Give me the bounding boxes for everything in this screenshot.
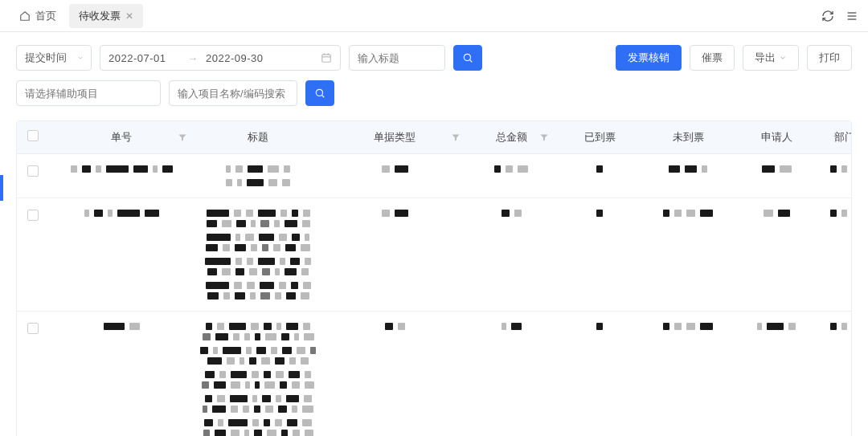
redacted-cell [555, 198, 644, 311]
urge-button[interactable]: 催票 [690, 45, 735, 71]
redacted-cell [732, 198, 821, 311]
close-icon[interactable]: ✕ [125, 10, 133, 22]
search-button[interactable] [453, 45, 482, 71]
tab-home-label: 首页 [35, 9, 56, 23]
redacted-cell [644, 311, 732, 436]
redacted-cell [194, 198, 322, 311]
redacted-cell [644, 153, 732, 198]
redacted-cell [467, 311, 555, 436]
svg-rect-3 [322, 55, 331, 62]
project-search-input-wrap [169, 80, 297, 106]
redacted-cell [194, 153, 322, 198]
table-row[interactable] [17, 198, 852, 311]
menu-icon[interactable] [845, 10, 858, 22]
aux-project-input[interactable] [25, 81, 152, 105]
submit-time-select[interactable]: 提交时间 [16, 45, 92, 71]
redacted-cell [467, 153, 555, 198]
redacted-cell [194, 311, 322, 436]
calendar-icon [321, 52, 332, 63]
chevron-down-icon [779, 54, 787, 62]
redacted-cell [322, 311, 467, 436]
export-button[interactable]: 导出 [743, 45, 799, 71]
table-row[interactable] [17, 311, 852, 436]
project-search-input[interactable] [178, 81, 289, 105]
title-search-input-wrap [349, 45, 445, 71]
redacted-cell [49, 198, 194, 311]
invoice-table: 单号 标题 单据类型 总金额 已到票 未到票 申请人 部门 [16, 120, 852, 436]
col-arrived[interactable]: 已到票 [555, 121, 644, 153]
svg-line-8 [469, 59, 472, 62]
col-order-no[interactable]: 单号 [49, 121, 194, 153]
svg-point-9 [316, 89, 322, 96]
search-icon [462, 52, 473, 63]
col-doc-type[interactable]: 单据类型 [322, 121, 467, 153]
print-button[interactable]: 打印 [807, 45, 852, 71]
project-search-button[interactable] [305, 80, 334, 106]
filter-icon[interactable] [451, 132, 461, 142]
search-icon [314, 88, 326, 99]
col-total[interactable]: 总金额 [467, 121, 555, 153]
redacted-cell [555, 311, 644, 436]
redacted-cell [821, 153, 852, 198]
svg-point-7 [464, 54, 470, 60]
filter-icon[interactable] [539, 132, 549, 142]
row-checkbox[interactable] [27, 165, 39, 177]
row-checkbox[interactable] [27, 323, 39, 334]
col-applicant[interactable]: 申请人 [732, 121, 821, 153]
redacted-cell [644, 198, 732, 311]
tab-pending-label: 待收发票 [79, 9, 121, 23]
title-search-input[interactable] [358, 46, 436, 70]
filter-icon[interactable] [178, 132, 187, 142]
select-all-checkbox[interactable] [27, 130, 39, 141]
col-title[interactable]: 标题 [194, 121, 322, 153]
submit-time-label: 提交时间 [25, 51, 67, 65]
col-dept[interactable]: 部门 [821, 121, 852, 153]
tab-bar: 首页 待收发票 ✕ [0, 0, 868, 32]
redacted-cell [732, 153, 821, 198]
svg-line-10 [321, 95, 324, 97]
col-not-arrived[interactable]: 未到票 [644, 121, 732, 153]
aux-project-select[interactable] [16, 80, 161, 106]
chevron-down-icon [76, 54, 84, 62]
redacted-cell [821, 198, 852, 311]
tab-home[interactable]: 首页 [10, 4, 66, 28]
arrow-right-icon: → [187, 52, 198, 64]
redacted-cell [467, 198, 555, 311]
date-end-input[interactable] [206, 52, 276, 64]
date-start-input[interactable] [108, 52, 179, 64]
redacted-cell [555, 153, 644, 198]
redacted-cell [732, 311, 821, 436]
table-row[interactable] [17, 153, 852, 198]
refresh-icon[interactable] [821, 10, 834, 22]
active-indicator [0, 175, 3, 201]
verify-invoice-button[interactable]: 发票核销 [616, 45, 682, 71]
toolbar: 提交时间 → 发票核销 [0, 32, 868, 114]
redacted-cell [322, 153, 467, 198]
redacted-cell [821, 311, 852, 436]
date-range-picker[interactable]: → [100, 45, 341, 71]
redacted-cell [49, 311, 194, 436]
home-icon [19, 10, 31, 22]
redacted-cell [322, 198, 467, 311]
redacted-cell [49, 153, 194, 198]
tab-pending-invoices[interactable]: 待收发票 ✕ [69, 4, 143, 28]
row-checkbox[interactable] [27, 210, 39, 221]
table-header-row: 单号 标题 单据类型 总金额 已到票 未到票 申请人 部门 [17, 121, 852, 153]
